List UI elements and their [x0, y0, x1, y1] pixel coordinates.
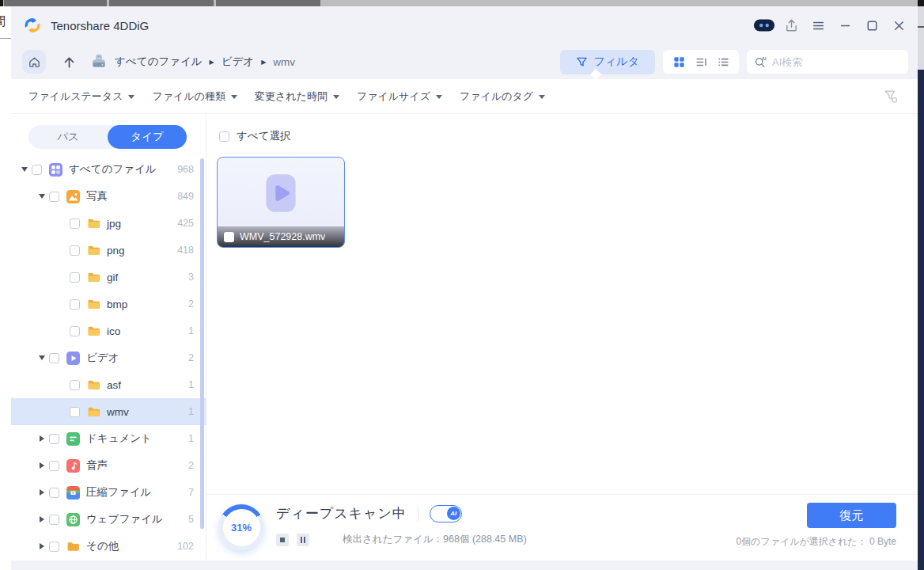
background-right-fragment [918, 6, 924, 70]
tree-item-音声[interactable]: 音声2 [11, 452, 206, 479]
filter-dropdown[interactable]: ファイルの種類 [152, 89, 237, 104]
ai-toggle-knob: AI [447, 507, 460, 520]
expander-right-icon[interactable] [35, 462, 49, 469]
tree-checkbox[interactable] [49, 192, 59, 202]
expander-right-icon[interactable] [35, 516, 49, 522]
document-icon [66, 432, 80, 446]
list-view-button[interactable] [712, 51, 734, 73]
close-button[interactable] [888, 14, 910, 36]
grid-view-button[interactable] [668, 51, 690, 73]
list-view-icon [717, 55, 730, 69]
expander-down-icon[interactable] [35, 194, 49, 199]
tree-checkbox[interactable] [70, 272, 80, 283]
filter-popover-arrow [590, 68, 601, 79]
filter-button[interactable]: フィルタ [560, 50, 655, 74]
search-input[interactable] [772, 56, 891, 68]
tree-item-bmp[interactable]: bmp2 [11, 291, 206, 317]
file-card[interactable]: WMV_572928.wmv [217, 157, 345, 248]
expander-right-icon[interactable] [35, 543, 49, 549]
select-all-checkbox[interactable] [219, 131, 229, 142]
tree-checkbox[interactable] [49, 353, 59, 363]
tree-checkbox[interactable] [70, 326, 80, 336]
funnel-icon [576, 56, 588, 68]
title-bar: Tenorshare 4DDiG [11, 6, 918, 44]
breadcrumb-item[interactable]: wmv [273, 56, 295, 68]
minimize-button[interactable] [834, 14, 856, 36]
tree-checkbox[interactable] [32, 165, 42, 175]
up-button[interactable] [60, 53, 78, 70]
filter-dropdown[interactable]: ファイルのタグ [460, 89, 545, 104]
maximize-button[interactable] [861, 14, 883, 36]
tree-item-label: 写真 [86, 189, 108, 203]
divider [418, 507, 418, 521]
tree-checkbox[interactable] [49, 488, 59, 498]
expander-down-icon[interactable] [17, 167, 32, 172]
tree-checkbox[interactable] [49, 515, 59, 525]
tree-item-その他[interactable]: その他102 [11, 533, 206, 560]
tree-item-すべてのファイル[interactable]: すべてのファイル968 [11, 156, 206, 183]
recover-button[interactable]: 復元 [807, 503, 896, 528]
scan-status-text: ディープスキャン中 [276, 504, 407, 522]
tree-checkbox[interactable] [70, 380, 80, 390]
grid-view-icon [672, 55, 686, 69]
detail-view-icon [695, 55, 708, 69]
video-icon [66, 352, 80, 365]
tree-item-gif[interactable]: gif3 [11, 264, 206, 291]
tab-type[interactable]: タイプ [108, 125, 187, 149]
view-toggle-group [663, 50, 739, 74]
detail-view-button[interactable] [690, 51, 712, 73]
tree-checkbox[interactable] [49, 434, 59, 444]
tree-item-ico[interactable]: ico1 [11, 317, 206, 344]
home-button[interactable] [22, 50, 46, 74]
tab-path[interactable]: パス [28, 125, 108, 149]
filter-reset-icon[interactable] [883, 89, 899, 104]
audio-icon [66, 459, 80, 473]
tree-item-圧縮ファイル[interactable]: 圧縮ファイル7 [11, 479, 206, 506]
tree-item-ウェブファイル[interactable]: ウェブファイル5 [11, 506, 206, 533]
arrow-up-icon [62, 55, 77, 70]
pause-scan-button[interactable] [297, 534, 309, 546]
stop-icon [280, 538, 285, 542]
stop-scan-button[interactable] [276, 534, 289, 546]
tree-checkbox[interactable] [70, 299, 80, 310]
sidebar-scrollbar[interactable] [200, 158, 204, 529]
tree-checkbox[interactable] [70, 218, 80, 229]
chevron-down-icon [436, 95, 442, 99]
tree-item-label: その他 [86, 539, 119, 553]
expander-right-icon[interactable] [35, 489, 49, 496]
breadcrumb-item[interactable]: すべてのファイル [115, 55, 203, 69]
ai-mode-toggle[interactable]: AI [430, 505, 462, 522]
tree-checkbox[interactable] [70, 407, 80, 417]
tree-item-count: 425 [177, 218, 194, 229]
tree-item-jpg[interactable]: jpg425 [11, 210, 206, 237]
ai-search-box[interactable]: AI [747, 50, 908, 74]
filter-bar: ファイルステータスファイルの種類変更された時間ファイルサイズファイルのタグ [11, 79, 918, 114]
tree-item-写真[interactable]: 写真849 [11, 183, 206, 210]
share-icon[interactable] [780, 14, 802, 36]
ai-assistant-icon[interactable] [753, 14, 775, 36]
tree-item-label: png [107, 245, 125, 256]
filter-dropdown[interactable]: ファイルステータス [28, 89, 134, 104]
folder-icon [87, 298, 100, 311]
tree-item-ドキュメント[interactable]: ドキュメント1 [11, 425, 206, 452]
tree-item-count: 5 [188, 514, 194, 525]
expander-right-icon[interactable] [35, 435, 49, 442]
tree-checkbox[interactable] [49, 461, 59, 471]
filter-dropdown[interactable]: 変更された時間 [255, 89, 339, 104]
breadcrumb-separator-icon: ▶ [210, 59, 214, 66]
file-checkbox[interactable] [224, 232, 234, 242]
content-panel: すべて選択 WMV_572928.wmv 31% [206, 114, 918, 560]
tree-item-png[interactable]: png418 [11, 237, 206, 264]
sidebar-tabs: パス タイプ [28, 125, 187, 149]
tree-item-wmv[interactable]: wmv1 [11, 398, 206, 425]
chevron-down-icon [128, 95, 134, 99]
filter-dropdown[interactable]: ファイルサイズ [357, 89, 442, 104]
tree-item-asf[interactable]: asf1 [11, 371, 206, 398]
tree-checkbox[interactable] [70, 245, 80, 256]
tree-checkbox[interactable] [49, 542, 59, 552]
tree-item-ビデオ[interactable]: ビデオ2 [11, 344, 206, 371]
breadcrumb-item[interactable]: ビデオ [222, 55, 254, 69]
menu-icon[interactable] [807, 14, 829, 36]
tree-item-label: asf [107, 379, 121, 391]
expander-down-icon[interactable] [35, 355, 49, 360]
